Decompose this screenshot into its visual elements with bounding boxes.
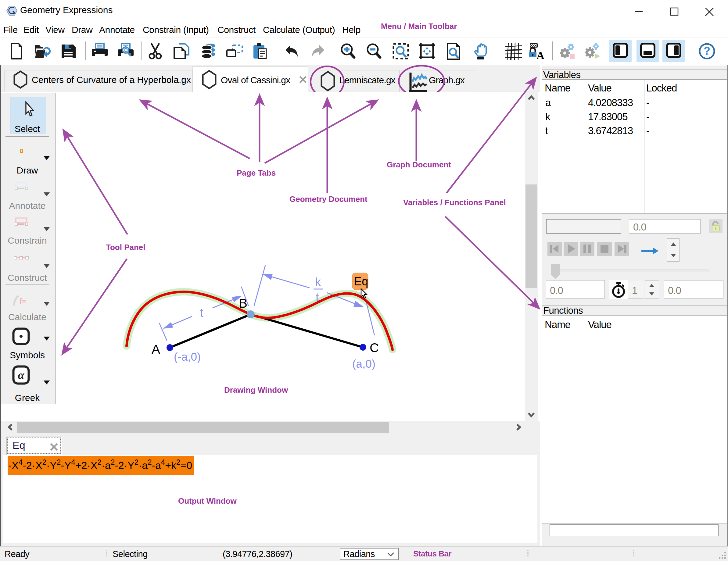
svg-text:A: A xyxy=(536,49,544,60)
svg-text:(a,0): (a,0) xyxy=(352,358,375,370)
svg-text:t: t xyxy=(200,306,203,319)
svg-text:(-a,0): (-a,0) xyxy=(174,350,201,363)
svg-text:C: C xyxy=(370,340,379,355)
svg-text:f=: f= xyxy=(20,297,26,305)
svg-text:Eq: Eq xyxy=(354,275,368,288)
svg-text:A: A xyxy=(152,342,160,356)
svg-text:?: ? xyxy=(704,45,710,57)
svg-text:B: B xyxy=(239,296,247,310)
svg-text:k: k xyxy=(315,276,321,288)
svg-text:α: α xyxy=(18,368,24,381)
svg-text:t: t xyxy=(316,291,319,304)
